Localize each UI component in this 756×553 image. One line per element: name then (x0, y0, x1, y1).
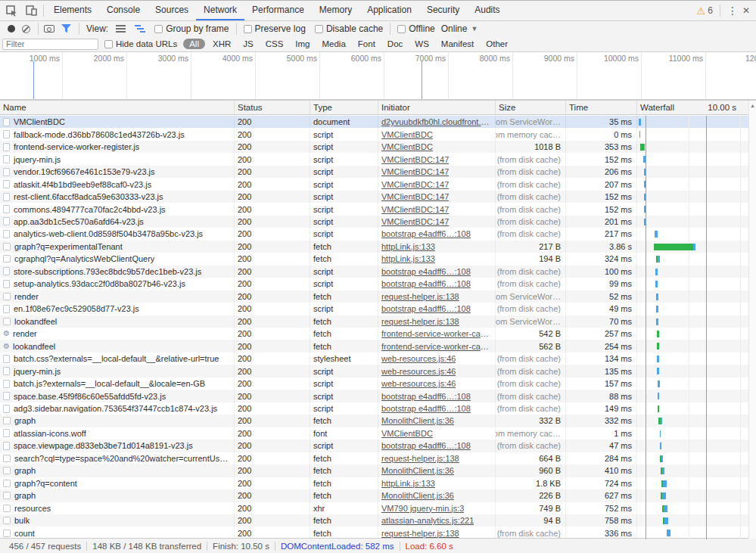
initiator-link[interactable]: request-helper.js:138 (381, 529, 459, 538)
request-name-cell[interactable]: ⚙render (0, 328, 235, 340)
column-header-name[interactable]: Name (0, 101, 235, 114)
filter-icon[interactable] (61, 24, 71, 33)
tab-elements[interactable]: Elements (46, 1, 99, 20)
request-name-cell[interactable]: resources (0, 502, 235, 514)
initiator-link[interactable]: VMClientBDC (381, 130, 433, 139)
offline-checkbox[interactable]: Offline (397, 23, 434, 34)
table-row[interactable]: bulk200fetchatlassian-analytics.js:22194… (0, 514, 756, 527)
request-name-cell[interactable]: search?cql=type=space%20and%20watcher=cu… (0, 452, 235, 464)
initiator-link[interactable]: VMClientBDC:147 (381, 192, 449, 201)
table-row[interactable]: search?cql=type=space%20and%20watcher=cu… (0, 452, 756, 464)
table-row[interactable]: ⚙lookandfeel200fetchfrontend-service-wor… (0, 340, 756, 352)
console-warnings-badge[interactable]: ⚠ 6 (697, 5, 713, 16)
close-icon[interactable]: ✕ (742, 5, 750, 16)
request-name-cell[interactable]: graph (0, 415, 235, 427)
table-row[interactable]: adg3.sidebar.navigation.753654f37447ccb1… (0, 402, 756, 415)
request-name-cell[interactable]: batch.js?externals=__local-default__&loc… (0, 377, 235, 390)
more-menu-icon[interactable]: ⋮ (727, 5, 738, 17)
checkbox[interactable] (244, 25, 252, 33)
tab-network[interactable]: Network (196, 1, 244, 20)
initiator-link[interactable]: httpLink.js:133 (381, 242, 435, 251)
request-name-cell[interactable]: frontend-service-worker-register.js (0, 141, 235, 153)
table-row[interactable]: analytics-web-client.0d8598f504b3478a95b… (0, 228, 756, 240)
type-filter-manifest[interactable]: Manifest (435, 39, 480, 49)
group-by-frame-checkbox[interactable]: Group by frame (154, 23, 229, 34)
request-name-cell[interactable]: fallback-mode.d36bb78608c1ed43726b-v23.j… (0, 128, 235, 140)
initiator-link[interactable]: request-helper.js:138 (381, 454, 459, 463)
initiator-link[interactable]: VMClientBDC:147 (381, 167, 449, 176)
initiator-link[interactable]: d2yvuubdkfb0hl.cloudfront.net/pi… (381, 117, 492, 126)
inspect-element-icon[interactable] (5, 4, 18, 17)
table-row[interactable]: space.viewpage.d833eb3be71d014a8191-v23.… (0, 440, 756, 452)
request-name-cell[interactable]: lookandfeel (0, 315, 235, 328)
request-name-cell[interactable]: adg3.sidebar.navigation.753654f37447ccb1… (0, 402, 235, 415)
table-row[interactable]: store-subscriptions.793ec8bdc9b57dec1beb… (0, 266, 756, 278)
type-filter-css[interactable]: CSS (260, 39, 290, 49)
table-row[interactable]: vendor.19cf69667e461c153e79-v23.js200scr… (0, 166, 756, 178)
tab-console[interactable]: Console (99, 1, 148, 20)
request-name-cell[interactable]: graph (0, 489, 235, 502)
record-button[interactable] (8, 25, 15, 33)
type-filter-other[interactable]: Other (480, 39, 514, 49)
table-row[interactable]: batch.css?externals=__local-default__&re… (0, 353, 756, 365)
column-header-waterfall[interactable]: Waterfall 10.00 s (637, 101, 756, 114)
tab-audits[interactable]: Audits (467, 1, 507, 20)
disable-cache-checkbox[interactable]: Disable cache (315, 23, 383, 34)
checkbox[interactable] (104, 40, 113, 48)
initiator-link[interactable]: VMClientBDC:147 (381, 180, 449, 189)
request-name-cell[interactable]: ⚙lookandfeel (0, 340, 235, 352)
initiator-link[interactable]: bootstrap e4adff6…:108 (381, 441, 471, 450)
column-header-status[interactable]: Status (235, 101, 310, 114)
preserve-log-checkbox[interactable]: Preserve log (244, 23, 306, 34)
initiator-link[interactable]: bootstrap e4adff6…:108 (381, 279, 471, 288)
table-row[interactable]: graph?q=experimentalTenant200fetchhttpLi… (0, 241, 756, 253)
request-name-cell[interactable]: commons.4894777ca70fac2c4bbd-v23.js (0, 203, 235, 215)
clear-button[interactable] (22, 25, 30, 33)
request-name-cell[interactable]: batch.css?externals=__local-default__&re… (0, 353, 235, 365)
type-filter-all[interactable]: All (183, 39, 205, 49)
request-name-cell[interactable]: jquery-min.js (0, 365, 235, 377)
table-row[interactable]: rest-client.6faccf8adca59e630333-v23.js2… (0, 191, 756, 203)
initiator-link[interactable]: MonolithClient.js:36 (381, 466, 454, 475)
request-name-cell[interactable]: store-subscriptions.793ec8bdc9b57dec1beb… (0, 266, 235, 278)
initiator-link[interactable]: web-resources.js:46 (381, 354, 456, 363)
type-filter-xhr[interactable]: XHR (207, 39, 237, 49)
table-row[interactable]: graph200fetchMonolithClient.js:36332 B33… (0, 415, 756, 427)
checkbox[interactable] (397, 25, 406, 33)
initiator-link[interactable]: httpLink.js:133 (381, 254, 435, 263)
request-name-cell[interactable]: graph?q=content (0, 477, 235, 489)
initiator-link[interactable]: VM790 jquery-min.js:3 (381, 504, 464, 513)
type-filter-media[interactable]: Media (316, 39, 352, 49)
column-header-time[interactable]: Time (566, 101, 637, 114)
request-name-cell[interactable]: analytics-web-client.0d8598f504b3478a95b… (0, 228, 235, 240)
initiator-link[interactable]: bootstrap e4adff6…:108 (381, 392, 471, 401)
table-row[interactable]: jquery-min.js200scriptweb-resources.js:4… (0, 365, 756, 377)
tab-security[interactable]: Security (419, 1, 467, 20)
table-row[interactable]: resources200xhrVM790 jquery-min.js:3749 … (0, 502, 756, 514)
tab-performance[interactable]: Performance (244, 1, 312, 20)
table-row[interactable]: graph200fetchMonolithClient.js:36960 B41… (0, 464, 756, 477)
request-name-cell[interactable]: space.base.45f9f86c60e55afdd5fd-v23.js (0, 390, 235, 402)
scrollbar[interactable]: ▲ (748, 101, 756, 539)
request-name-cell[interactable]: vendor.19cf69667e461c153e79-v23.js (0, 166, 235, 178)
request-name-cell[interactable]: app.aa3db1c5ec570a6afd64-v23.js (0, 216, 235, 228)
request-name-cell[interactable]: jquery-min.js (0, 153, 235, 165)
request-name-cell[interactable]: render (0, 290, 235, 303)
checkbox[interactable] (154, 25, 163, 33)
initiator-link[interactable]: VMClientBDC:147 (381, 217, 449, 226)
table-row[interactable]: atlassian-icons.woff200fontVMClientBDC(f… (0, 427, 756, 440)
initiator-link[interactable]: MonolithClient.js:36 (381, 491, 454, 500)
checkbox[interactable] (315, 25, 323, 33)
request-name-cell[interactable]: graph (0, 464, 235, 477)
request-name-cell[interactable]: setup-analytics.93dacc2f0d8ba8027b46-v23… (0, 278, 235, 290)
table-row[interactable]: atlaskit.4f4b1bd9eeb9ef88caf0-v23.js200s… (0, 178, 756, 190)
request-name-cell[interactable]: en.1f08e67ec9c529058d77-v23.js (0, 303, 235, 315)
table-row[interactable]: cgraphql?q=AnalyticsWebClientQuery200fet… (0, 253, 756, 265)
initiator-link[interactable]: request-helper.js:138 (381, 317, 459, 326)
tab-application[interactable]: Application (359, 1, 419, 20)
initiator-link[interactable]: VMClientBDC (381, 142, 433, 151)
initiator-link[interactable]: VMClientBDC (381, 429, 433, 438)
large-rows-icon[interactable] (116, 25, 126, 33)
filter-input[interactable] (2, 39, 98, 50)
table-row[interactable]: lookandfeel200fetchrequest-helper.js:138… (0, 315, 756, 328)
